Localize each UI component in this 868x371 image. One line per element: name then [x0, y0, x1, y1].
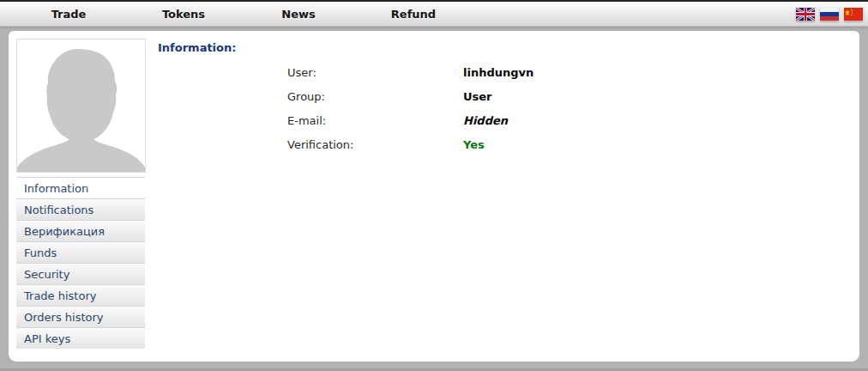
uk-flag-icon[interactable]: [796, 8, 815, 21]
nav-item-refund[interactable]: Refund: [356, 8, 471, 21]
info-fields: User: linhdungvn Group: User E-mail: Hid…: [287, 66, 533, 162]
verification-value: Yes: [463, 138, 485, 152]
sidebar-item-information[interactable]: Information: [16, 177, 145, 198]
nav-item-news[interactable]: News: [241, 8, 356, 21]
nav-item-trade[interactable]: Trade: [11, 8, 126, 21]
sidebar-item-trade-history[interactable]: Trade history: [16, 284, 145, 306]
avatar: [16, 39, 146, 173]
nav-menu: Trade Tokens News Refund: [0, 2, 868, 26]
email-label: E-mail:: [287, 114, 463, 128]
sidebar-item-notifications[interactable]: Notifications: [16, 198, 145, 220]
email-value: Hidden: [463, 114, 508, 128]
field-row-user: User: linhdungvn: [287, 66, 533, 80]
page-background: Trade Tokens News Refund: [0, 0, 868, 371]
page-title: Information:: [158, 41, 236, 54]
china-flag-icon[interactable]: [844, 8, 863, 21]
group-label: Group:: [287, 90, 463, 104]
sidebar-menu: Information Notifications Верификация Fu…: [16, 177, 145, 349]
person-silhouette-icon: [17, 40, 145, 172]
sidebar-item-verification-ru[interactable]: Верификация: [16, 220, 145, 241]
language-switcher: [796, 8, 863, 21]
user-value: linhdungvn: [463, 66, 533, 80]
group-value: User: [463, 90, 492, 104]
field-row-group: Group: User: [287, 90, 533, 104]
field-row-email: E-mail: Hidden: [287, 114, 533, 128]
content-panel: Information Notifications Верификация Fu…: [9, 31, 859, 362]
russia-flag-icon[interactable]: [820, 8, 839, 21]
sidebar-item-funds[interactable]: Funds: [16, 241, 145, 263]
top-navigation: Trade Tokens News Refund: [0, 0, 868, 27]
nav-item-tokens[interactable]: Tokens: [126, 8, 241, 21]
sidebar-item-api-keys[interactable]: API keys: [16, 327, 145, 349]
sidebar-item-security[interactable]: Security: [16, 263, 145, 284]
verification-label: Verification:: [287, 138, 463, 152]
field-row-verification: Verification: Yes: [287, 138, 533, 152]
sidebar-item-orders-history[interactable]: Orders history: [16, 306, 145, 327]
user-label: User:: [287, 66, 463, 80]
